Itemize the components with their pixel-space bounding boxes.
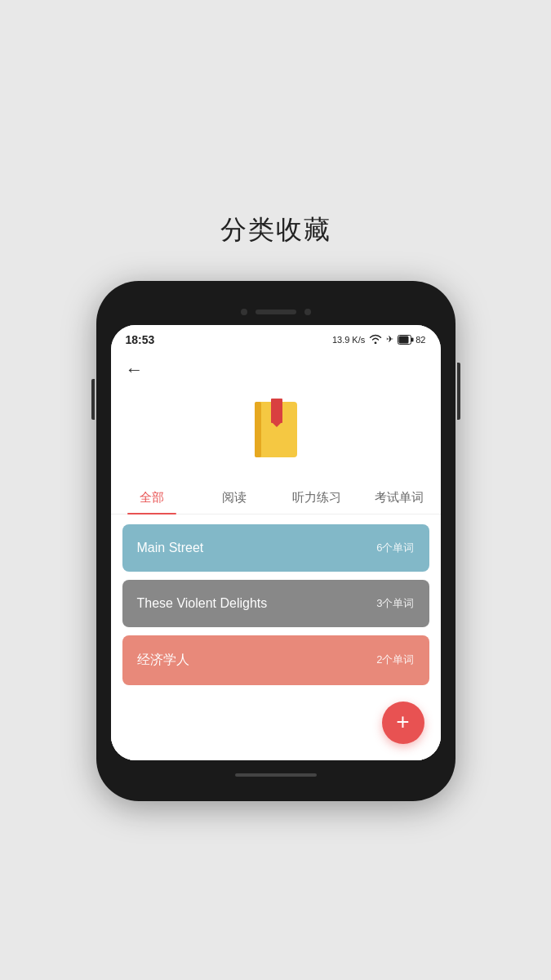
svg-rect-4 [255, 402, 261, 457]
phone-screen: 18:53 13.9 K/s ✈ [111, 325, 441, 760]
list-item-count: 2个单词 [376, 653, 414, 667]
power-button [457, 363, 460, 420]
tab-all[interactable]: 全部 [111, 480, 193, 514]
wifi-icon [369, 334, 382, 345]
add-collection-button[interactable]: + [382, 702, 424, 744]
back-button[interactable]: ← [126, 359, 144, 381]
proximity-sensor [304, 309, 311, 315]
book-icon-area [111, 385, 441, 480]
nav-bar: ← [111, 351, 441, 385]
plus-icon: + [396, 710, 409, 733]
phone-frame: 18:53 13.9 K/s ✈ [96, 281, 455, 801]
tab-reading[interactable]: 阅读 [193, 480, 276, 514]
battery-icon: 82 [398, 335, 425, 345]
home-indicator [235, 773, 317, 777]
list-item-title: 经济学人 [137, 652, 189, 669]
tab-listening[interactable]: 听力练习 [276, 480, 358, 514]
phone-top-bar [111, 299, 441, 325]
volume-button [91, 379, 95, 420]
tabs-bar: 全部 阅读 听力练习 考试单词 [111, 480, 441, 514]
status-icons: 13.9 K/s ✈ [332, 334, 426, 345]
app-content: ← 全部 阅读 [111, 351, 441, 760]
list-item-title: These Violent Delights [137, 596, 268, 611]
svg-rect-5 [271, 399, 282, 423]
list-item-title: Main Street [137, 541, 204, 555]
tab-exam[interactable]: 考试单词 [358, 480, 441, 514]
phone-bottom [111, 760, 441, 783]
status-bar: 18:53 13.9 K/s ✈ [111, 325, 441, 351]
front-camera [241, 309, 247, 315]
network-speed: 13.9 K/s [332, 335, 365, 345]
list-item-violent-delights[interactable]: These Violent Delights 3个单词 [122, 580, 429, 627]
page-title: 分类收藏 [220, 212, 331, 248]
svg-rect-1 [411, 337, 414, 341]
fab-area: + [111, 695, 441, 760]
earpiece-speaker [256, 310, 296, 314]
list-item-main-street[interactable]: Main Street 6个单词 [122, 524, 429, 572]
airplane-icon: ✈ [386, 334, 393, 345]
list-item-economist[interactable]: 经济学人 2个单词 [122, 635, 429, 685]
book-icon [247, 399, 305, 464]
list-item-count: 6个单词 [376, 541, 414, 555]
svg-rect-2 [399, 336, 409, 343]
list-item-count: 3个单词 [376, 596, 414, 611]
status-time: 18:53 [126, 333, 155, 346]
list-container: Main Street 6个单词 These Violent Delights … [111, 514, 441, 695]
